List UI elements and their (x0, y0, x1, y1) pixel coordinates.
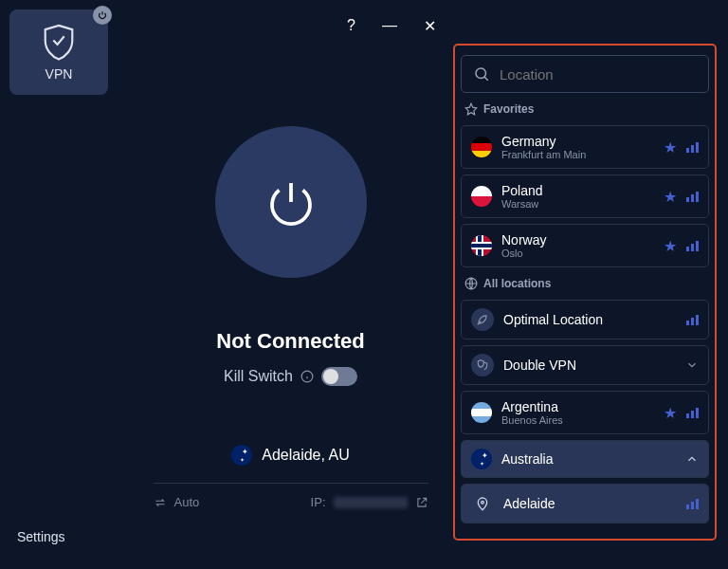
kill-switch-label: Kill Switch (224, 368, 293, 385)
location-panel: Favorites Germany Frankfurt am Main ★ Po… (453, 44, 717, 541)
double-vpn-item[interactable]: Double VPN (461, 345, 709, 385)
protocol-selector[interactable]: Auto (154, 495, 200, 509)
all-locations-header: All locations (461, 273, 709, 294)
ip-value-blurred (334, 497, 408, 508)
titlebar: ? — ✕ (128, 11, 453, 41)
flag-icon (471, 186, 492, 207)
signal-icon (686, 192, 699, 202)
current-location-row[interactable]: Adelaide, AU (231, 445, 350, 466)
location-name: Argentina (501, 399, 654, 414)
optimal-location-item[interactable]: Optimal Location (461, 300, 709, 340)
star-outline-icon (464, 102, 478, 116)
flag-icon (471, 235, 492, 256)
kill-switch-row: Kill Switch (224, 367, 357, 386)
signal-icon (686, 499, 699, 509)
info-icon[interactable] (300, 370, 314, 383)
help-button[interactable]: ? (347, 17, 355, 35)
location-city: Oslo (501, 248, 654, 259)
favorite-star-icon[interactable]: ★ (664, 404, 677, 422)
flag-icon (231, 445, 252, 466)
location-name: Norway (501, 232, 654, 248)
kill-switch-toggle[interactable] (321, 367, 357, 386)
chevron-up-icon (685, 452, 699, 466)
protocol-label: Auto (174, 495, 200, 509)
vpn-tile[interactable]: VPN (9, 9, 108, 95)
close-button[interactable]: ✕ (424, 17, 436, 35)
main-area: ? — ✕ Not Connected Kill Switch Adelaide… (128, 0, 728, 569)
location-item-argentina[interactable]: Argentina Buenos Aires ★ (461, 391, 709, 434)
location-city: Buenos Aires (501, 414, 654, 426)
svg-point-3 (482, 501, 484, 504)
location-item-australia[interactable]: Australia (461, 440, 709, 478)
signal-icon (686, 315, 699, 325)
current-location-label: Adelaide, AU (262, 447, 350, 464)
search-box[interactable] (461, 55, 709, 93)
shield-icon (42, 23, 76, 61)
bottom-info-row: Auto IP: (154, 483, 428, 509)
location-name: Adelaide (503, 496, 677, 511)
favorite-item-poland[interactable]: Poland Warsaw ★ (461, 174, 709, 218)
location-city: Frankfurt am Main (501, 149, 654, 160)
pin-icon (471, 492, 494, 515)
favorite-item-germany[interactable]: Germany Frankfurt am Main ★ (461, 125, 709, 169)
rocket-icon (471, 308, 494, 331)
sidebar: VPN Settings (0, 0, 128, 569)
double-shield-icon (471, 354, 494, 376)
location-name: Germany (501, 134, 654, 149)
globe-icon (464, 277, 478, 290)
power-icon (263, 174, 319, 230)
favorite-star-icon[interactable]: ★ (664, 188, 677, 206)
power-badge-icon (93, 6, 112, 25)
ip-display: IP: (311, 495, 428, 509)
favorite-star-icon[interactable]: ★ (664, 138, 677, 156)
flag-icon (471, 402, 492, 423)
location-name: Double VPN (503, 358, 676, 373)
search-icon (473, 65, 490, 83)
location-city: Warsaw (501, 198, 654, 210)
signal-icon (686, 142, 699, 153)
ip-label: IP: (311, 495, 326, 509)
location-name: Australia (501, 451, 676, 467)
favorite-star-icon[interactable]: ★ (664, 237, 677, 255)
center-column: ? — ✕ Not Connected Kill Switch Adelaide… (128, 0, 453, 569)
favorites-header: Favorites (461, 99, 709, 119)
location-name: Poland (501, 183, 654, 198)
flag-icon (471, 449, 492, 469)
location-name: Optimal Location (503, 312, 677, 327)
search-input[interactable] (500, 66, 697, 83)
signal-icon (686, 241, 699, 251)
external-link-icon[interactable] (415, 496, 428, 509)
settings-link[interactable]: Settings (9, 514, 118, 560)
content-column: Not Connected Kill Switch Adelaide, AU A… (128, 41, 453, 569)
signal-icon (686, 408, 699, 418)
connection-status: Not Connected (216, 329, 364, 354)
swap-icon (154, 496, 167, 509)
svg-point-1 (476, 68, 486, 79)
connect-button[interactable] (215, 126, 367, 278)
location-sub-item-adelaide[interactable]: Adelaide (461, 484, 709, 523)
flag-icon (471, 137, 492, 157)
minimize-button[interactable]: — (382, 17, 397, 35)
favorite-item-norway[interactable]: Norway Oslo ★ (461, 224, 709, 267)
chevron-down-icon (685, 358, 699, 372)
vpn-label: VPN (46, 66, 73, 82)
